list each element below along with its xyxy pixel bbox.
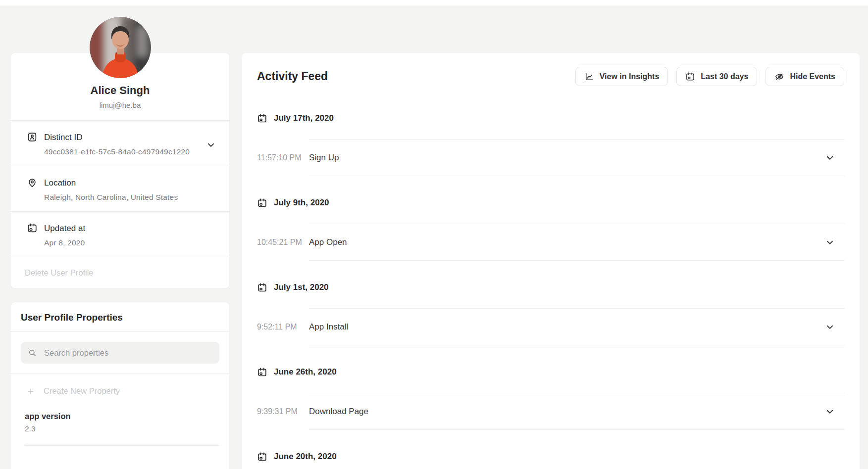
calendar-icon bbox=[257, 367, 267, 377]
field-value: Apr 8, 2020 bbox=[44, 237, 216, 249]
date-label: July 1st, 2020 bbox=[274, 282, 329, 292]
event-body[interactable]: App Open bbox=[309, 224, 844, 261]
search-properties-input[interactable] bbox=[43, 348, 212, 358]
download-page-event-row[interactable]: 9:39:31 PM Download Page bbox=[257, 393, 844, 430]
chevron-down-icon bbox=[824, 237, 835, 248]
date-header: June 20th, 2020 bbox=[257, 451, 844, 463]
event-body[interactable]: Download Page bbox=[309, 393, 844, 430]
eye-off-icon bbox=[774, 72, 784, 82]
property-value: 2.3 bbox=[25, 424, 219, 433]
property-name: app version bbox=[25, 412, 219, 421]
event-time: 11:57:10 PM bbox=[257, 139, 309, 176]
page: Alice Singh limuj@he.ba Distinct ID 49cc… bbox=[0, 5, 868, 469]
chevron-down-icon bbox=[824, 406, 835, 417]
id-badge-icon bbox=[27, 132, 38, 142]
search-properties bbox=[21, 342, 219, 364]
avatar bbox=[90, 17, 151, 78]
calendar-icon bbox=[257, 113, 267, 124]
user-profile-properties-card: User Profile Properties Create New Prope… bbox=[11, 302, 229, 469]
location-field: Location Raleigh, North Carolina, United… bbox=[11, 166, 229, 212]
activity-feed-card: Activity Feed View in Insights Last 30 d… bbox=[242, 53, 860, 469]
app-open-event-row[interactable]: 10:45:21 PM App Open bbox=[257, 224, 844, 261]
button-label: Last 30 days bbox=[701, 72, 748, 81]
field-value: 49cc0381-e1fc-57c5-84a0-c497949c1220 bbox=[44, 146, 205, 158]
date-label: July 17th, 2020 bbox=[274, 113, 334, 123]
profile-email: limuj@he.ba bbox=[21, 101, 219, 109]
profile-name: Alice Singh bbox=[21, 84, 219, 97]
sign-up-event-row[interactable]: 11:57:10 PM Sign Up bbox=[257, 139, 844, 176]
feed-date-group: June 20th, 2020 bbox=[257, 451, 844, 469]
calendar-icon bbox=[27, 223, 38, 234]
search-zone bbox=[11, 332, 229, 374]
button-label: View in Insights bbox=[600, 72, 660, 81]
field-value: Raleigh, North Carolina, United States bbox=[44, 191, 216, 203]
date-label: June 26th, 2020 bbox=[274, 367, 337, 377]
date-header: July 9th, 2020 bbox=[257, 197, 844, 209]
distinct-id-field: Distinct ID 49cc0381-e1fc-57c5-84a0-c497… bbox=[11, 121, 229, 166]
date-label: July 9th, 2020 bbox=[274, 198, 329, 208]
field-label: Distinct ID bbox=[44, 132, 205, 143]
date-header: July 1st, 2020 bbox=[257, 281, 844, 293]
date-header: June 26th, 2020 bbox=[257, 366, 844, 378]
feed-date-group: July 1st, 2020 9:52:11 PM App Install bbox=[257, 281, 844, 345]
field-label: Updated at bbox=[44, 223, 216, 234]
chevron-down-icon[interactable] bbox=[205, 140, 216, 150]
map-pin-icon bbox=[27, 177, 38, 188]
button-label: Hide Events bbox=[790, 72, 835, 81]
top-strip bbox=[0, 0, 868, 5]
calendar-icon bbox=[685, 72, 695, 82]
updated-at-field: Updated at Apr 8, 2020 bbox=[11, 212, 229, 257]
view-in-insights-button[interactable]: View in Insights bbox=[575, 67, 668, 86]
create-new-property-label: Create New Property bbox=[44, 386, 120, 396]
profile-card: Alice Singh limuj@he.ba Distinct ID 49cc… bbox=[11, 53, 229, 288]
calendar-icon bbox=[257, 452, 267, 462]
feed-date-group: July 9th, 2020 10:45:21 PM App Open bbox=[257, 197, 844, 261]
delete-user-profile-button[interactable]: Delete User Profile bbox=[11, 257, 229, 288]
date-header: July 17th, 2020 bbox=[257, 112, 844, 124]
event-name: App Install bbox=[309, 322, 348, 332]
app-install-event-row[interactable]: 9:52:11 PM App Install bbox=[257, 308, 844, 345]
event-body[interactable]: App Install bbox=[309, 308, 844, 345]
chevron-down-icon bbox=[824, 322, 835, 332]
line-chart-icon bbox=[584, 72, 594, 82]
event-name: App Open bbox=[309, 237, 347, 247]
feed-date-group: June 26th, 2020 9:39:31 PM Download Page bbox=[257, 366, 844, 430]
calendar-icon bbox=[257, 198, 267, 208]
event-name: Download Page bbox=[309, 407, 368, 417]
calendar-icon bbox=[257, 282, 267, 293]
chevron-down-icon bbox=[824, 152, 835, 163]
field-label: Location bbox=[44, 177, 216, 189]
search-icon bbox=[28, 348, 37, 358]
app-version-property-row[interactable]: app version 2.3 bbox=[25, 405, 219, 446]
event-body[interactable]: Sign Up bbox=[309, 139, 844, 176]
feed-date-group: July 17th, 2020 11:57:10 PM Sign Up bbox=[257, 112, 844, 176]
event-time: 9:39:31 PM bbox=[257, 393, 309, 430]
event-name: Sign Up bbox=[309, 153, 339, 163]
event-time: 9:52:11 PM bbox=[257, 308, 309, 345]
event-time: 10:45:21 PM bbox=[257, 224, 309, 261]
last-30-days-button[interactable]: Last 30 days bbox=[676, 67, 757, 86]
hide-events-button[interactable]: Hide Events bbox=[766, 67, 844, 86]
activity-feed-title: Activity Feed bbox=[257, 70, 328, 83]
plus-icon bbox=[26, 387, 35, 396]
date-label: June 20th, 2020 bbox=[274, 452, 337, 462]
create-new-property-button[interactable]: Create New Property bbox=[11, 374, 229, 405]
properties-title: User Profile Properties bbox=[11, 302, 229, 332]
